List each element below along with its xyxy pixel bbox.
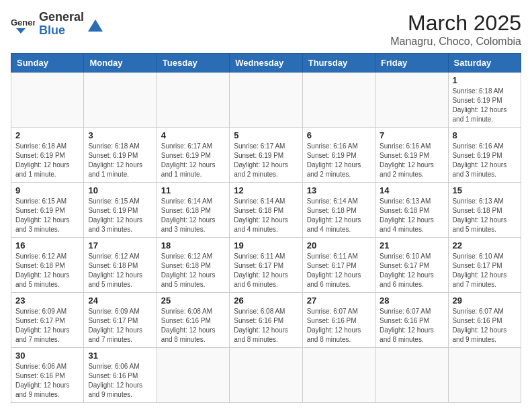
day-number: 8 xyxy=(453,130,517,140)
day-info: Sunrise: 6:11 AM Sunset: 6:17 PM Dayligh… xyxy=(234,252,298,289)
day-number: 12 xyxy=(234,185,298,195)
day-info: Sunrise: 6:09 AM Sunset: 6:17 PM Dayligh… xyxy=(15,307,79,345)
calendar-cell: 1Sunrise: 6:18 AM Sunset: 6:19 PM Daylig… xyxy=(448,73,521,128)
day-number: 21 xyxy=(380,240,443,250)
calendar-cell xyxy=(157,73,229,128)
day-info: Sunrise: 6:15 AM Sunset: 6:19 PM Dayligh… xyxy=(88,197,152,234)
calendar-header-row: SundayMondayTuesdayWednesdayThursdayFrid… xyxy=(11,54,521,73)
day-number: 24 xyxy=(88,295,152,306)
day-info: Sunrise: 6:16 AM Sunset: 6:19 PM Dayligh… xyxy=(307,142,371,179)
calendar-cell xyxy=(375,348,448,403)
day-number: 23 xyxy=(15,295,79,306)
col-header-saturday: Saturday xyxy=(448,54,521,73)
col-header-wednesday: Wednesday xyxy=(230,54,302,73)
calendar-cell xyxy=(230,73,302,128)
day-info: Sunrise: 6:12 AM Sunset: 6:18 PM Dayligh… xyxy=(88,252,152,289)
day-info: Sunrise: 6:07 AM Sunset: 6:16 PM Dayligh… xyxy=(307,307,371,345)
page-header: General General Blue March 2025 Managru,… xyxy=(11,11,521,48)
day-info: Sunrise: 6:16 AM Sunset: 6:19 PM Dayligh… xyxy=(453,142,517,179)
day-number: 6 xyxy=(307,130,371,140)
day-number: 16 xyxy=(15,240,79,250)
day-number: 5 xyxy=(234,130,298,140)
day-number: 1 xyxy=(453,75,517,85)
logo: General General Blue xyxy=(11,11,103,38)
day-info: Sunrise: 6:08 AM Sunset: 6:16 PM Dayligh… xyxy=(161,307,225,345)
title-area: March 2025 Managru, Choco, Colombia xyxy=(390,11,521,48)
calendar-cell: 28Sunrise: 6:07 AM Sunset: 6:16 PM Dayli… xyxy=(375,293,448,348)
calendar-cell: 17Sunrise: 6:12 AM Sunset: 6:18 PM Dayli… xyxy=(84,238,157,293)
calendar-cell xyxy=(302,73,375,128)
calendar-week-row: 23Sunrise: 6:09 AM Sunset: 6:17 PM Dayli… xyxy=(11,293,521,348)
svg-marker-2 xyxy=(88,19,103,32)
svg-text:General: General xyxy=(11,17,35,28)
col-header-sunday: Sunday xyxy=(11,54,84,73)
day-info: Sunrise: 6:10 AM Sunset: 6:17 PM Dayligh… xyxy=(453,252,517,289)
calendar-week-row: 30Sunrise: 6:06 AM Sunset: 6:16 PM Dayli… xyxy=(11,348,521,403)
calendar-cell: 9Sunrise: 6:15 AM Sunset: 6:19 PM Daylig… xyxy=(11,183,84,238)
day-info: Sunrise: 6:12 AM Sunset: 6:18 PM Dayligh… xyxy=(15,252,79,289)
day-number: 4 xyxy=(161,130,225,140)
day-number: 17 xyxy=(88,240,152,250)
day-number: 10 xyxy=(88,185,152,195)
calendar-week-row: 1Sunrise: 6:18 AM Sunset: 6:19 PM Daylig… xyxy=(11,73,521,128)
calendar-cell xyxy=(375,73,448,128)
calendar-cell xyxy=(230,348,302,403)
calendar-cell xyxy=(11,73,84,128)
day-info: Sunrise: 6:06 AM Sunset: 6:16 PM Dayligh… xyxy=(15,362,79,400)
calendar-cell: 7Sunrise: 6:16 AM Sunset: 6:19 PM Daylig… xyxy=(375,128,448,183)
calendar-cell: 3Sunrise: 6:18 AM Sunset: 6:19 PM Daylig… xyxy=(84,128,157,183)
calendar-cell: 24Sunrise: 6:09 AM Sunset: 6:17 PM Dayli… xyxy=(84,293,157,348)
day-number: 2 xyxy=(15,130,79,140)
calendar-cell: 2Sunrise: 6:18 AM Sunset: 6:19 PM Daylig… xyxy=(11,128,84,183)
day-number: 3 xyxy=(88,130,152,140)
day-number: 31 xyxy=(88,351,152,361)
calendar-cell: 11Sunrise: 6:14 AM Sunset: 6:18 PM Dayli… xyxy=(157,183,229,238)
svg-marker-1 xyxy=(16,28,26,34)
day-info: Sunrise: 6:12 AM Sunset: 6:18 PM Dayligh… xyxy=(161,252,225,289)
logo-triangle-icon xyxy=(88,17,103,32)
calendar-cell: 23Sunrise: 6:09 AM Sunset: 6:17 PM Dayli… xyxy=(11,293,84,348)
calendar-cell: 26Sunrise: 6:08 AM Sunset: 6:16 PM Dayli… xyxy=(230,293,302,348)
calendar-cell xyxy=(302,348,375,403)
location-title: Managru, Choco, Colombia xyxy=(390,36,521,48)
calendar-cell xyxy=(157,348,229,403)
day-number: 18 xyxy=(161,240,225,250)
calendar-cell: 6Sunrise: 6:16 AM Sunset: 6:19 PM Daylig… xyxy=(302,128,375,183)
calendar-cell: 16Sunrise: 6:12 AM Sunset: 6:18 PM Dayli… xyxy=(11,238,84,293)
calendar-week-row: 9Sunrise: 6:15 AM Sunset: 6:19 PM Daylig… xyxy=(11,183,521,238)
calendar-cell: 5Sunrise: 6:17 AM Sunset: 6:19 PM Daylig… xyxy=(230,128,302,183)
day-number: 7 xyxy=(380,130,443,140)
day-info: Sunrise: 6:10 AM Sunset: 6:17 PM Dayligh… xyxy=(380,252,443,289)
col-header-tuesday: Tuesday xyxy=(157,54,229,73)
calendar-cell: 14Sunrise: 6:13 AM Sunset: 6:18 PM Dayli… xyxy=(375,183,448,238)
day-info: Sunrise: 6:09 AM Sunset: 6:17 PM Dayligh… xyxy=(88,307,152,345)
day-number: 22 xyxy=(453,240,517,250)
calendar-cell: 31Sunrise: 6:06 AM Sunset: 6:16 PM Dayli… xyxy=(84,348,157,403)
day-number: 30 xyxy=(15,351,79,361)
logo-icon: General xyxy=(11,12,35,36)
calendar-cell: 27Sunrise: 6:07 AM Sunset: 6:16 PM Dayli… xyxy=(302,293,375,348)
logo-general: General xyxy=(39,11,84,24)
day-info: Sunrise: 6:18 AM Sunset: 6:19 PM Dayligh… xyxy=(453,87,517,124)
day-info: Sunrise: 6:17 AM Sunset: 6:19 PM Dayligh… xyxy=(161,142,225,179)
day-number: 19 xyxy=(234,240,298,250)
calendar-cell: 21Sunrise: 6:10 AM Sunset: 6:17 PM Dayli… xyxy=(375,238,448,293)
day-info: Sunrise: 6:15 AM Sunset: 6:19 PM Dayligh… xyxy=(15,197,79,234)
col-header-thursday: Thursday xyxy=(302,54,375,73)
day-info: Sunrise: 6:11 AM Sunset: 6:17 PM Dayligh… xyxy=(307,252,371,289)
calendar-week-row: 2Sunrise: 6:18 AM Sunset: 6:19 PM Daylig… xyxy=(11,128,521,183)
day-number: 20 xyxy=(307,240,371,250)
day-number: 27 xyxy=(307,295,371,306)
day-number: 28 xyxy=(380,295,443,306)
col-header-friday: Friday xyxy=(375,54,448,73)
calendar-cell: 10Sunrise: 6:15 AM Sunset: 6:19 PM Dayli… xyxy=(84,183,157,238)
logo-blue: Blue xyxy=(39,24,84,38)
calendar-cell: 12Sunrise: 6:14 AM Sunset: 6:18 PM Dayli… xyxy=(230,183,302,238)
calendar-week-row: 16Sunrise: 6:12 AM Sunset: 6:18 PM Dayli… xyxy=(11,238,521,293)
col-header-monday: Monday xyxy=(84,54,157,73)
day-number: 29 xyxy=(453,295,517,306)
day-number: 25 xyxy=(161,295,225,306)
calendar-cell: 4Sunrise: 6:17 AM Sunset: 6:19 PM Daylig… xyxy=(157,128,229,183)
day-number: 13 xyxy=(307,185,371,195)
day-number: 15 xyxy=(453,185,517,195)
